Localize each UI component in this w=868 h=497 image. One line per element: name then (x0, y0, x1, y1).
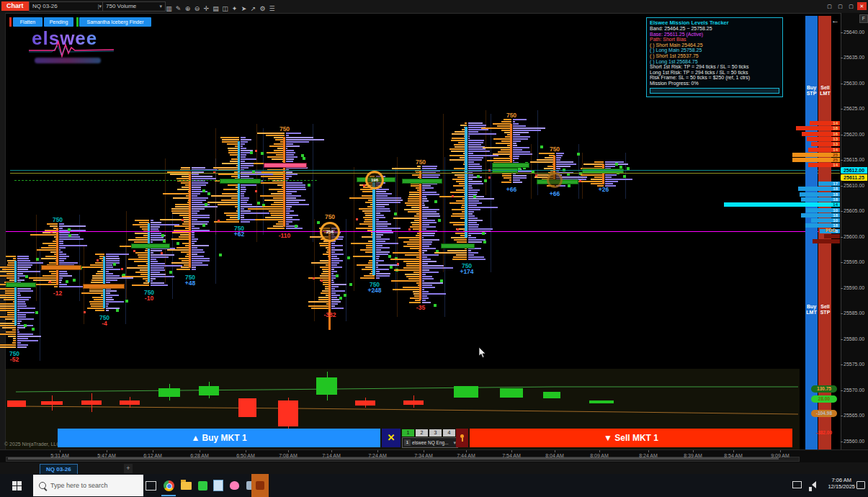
ask-volume-bar (422, 297, 429, 299)
app-green-taskbar-icon[interactable] (194, 477, 211, 494)
ask-volume-bar (17, 329, 19, 331)
bid-volume-bar (135, 220, 149, 221)
f-button[interactable]: F (859, 14, 868, 23)
ask-volume-bar (286, 133, 301, 134)
volume-tray-icon[interactable] (809, 481, 816, 494)
interval-selector[interactable]: 750 Volume ▾ (102, 1, 166, 12)
taskbar-clock[interactable]: 7:06 AM 12/15/2025 (828, 477, 855, 490)
ask-volume-bar (59, 262, 78, 264)
task-view-taskbar-icon[interactable] (142, 477, 159, 494)
iceberg-detection-bar (131, 243, 170, 248)
buy-signal-dot (336, 274, 339, 277)
display-tray-icon[interactable] (792, 481, 802, 488)
ask-volume-bar (422, 272, 439, 273)
histogram-row-value: 10 (811, 218, 838, 223)
grid-icon[interactable]: ▢ (846, 2, 856, 10)
windows-logo-icon (12, 481, 22, 491)
ask-volume-bar (331, 305, 335, 307)
ask-volume-bar (192, 193, 200, 194)
price-tick (841, 32, 843, 33)
price-tick (841, 390, 843, 391)
ask-volume-bar (331, 262, 339, 264)
close-position-button[interactable]: ✕ (382, 429, 401, 447)
instrument-selector[interactable]: NQ 03-26 |▾ (29, 1, 105, 12)
atm-tab-2[interactable]: 2 (416, 429, 428, 436)
ask-volume-bar (376, 193, 392, 194)
restore-icon[interactable]: ▢ (825, 2, 834, 10)
atm-strategy-dropdown[interactable]: 1 elswee NQ Eng... ▾ (402, 437, 458, 448)
ask-volume-bar (376, 204, 389, 205)
ask-volume-bar (241, 191, 246, 192)
bid-volume-bar (537, 159, 555, 161)
buy-signal-dot (24, 324, 27, 327)
layout-icon[interactable]: ▢ (836, 2, 845, 10)
start-button[interactable] (0, 474, 33, 497)
bid-volume-bar (6, 256, 16, 257)
atm-tab-3[interactable]: 3 (429, 429, 442, 436)
scroll-to-latest-arrow-icon[interactable]: ← (831, 16, 839, 24)
explorer-taskbar-icon[interactable] (177, 477, 194, 494)
time-tick-label: 7:44 AM (448, 453, 484, 458)
buy-mkt-button[interactable]: ▲ Buy MKT 1 (58, 429, 380, 447)
ask-volume-bar (59, 225, 86, 227)
sell-mkt-button[interactable]: ▼ Sell MKT 1 (470, 429, 792, 447)
buy-signal-dot (116, 309, 119, 312)
app-blue-taskbar-icon[interactable] (210, 477, 227, 494)
atm-tab-4[interactable]: 4 (443, 429, 455, 436)
sell-signal-dot (321, 279, 323, 282)
ask-volume-bar (376, 249, 381, 251)
buy-signal-dot (257, 202, 260, 205)
atm-lock-button[interactable] (456, 429, 468, 447)
ninjatrader-taskbar-icon[interactable] (251, 474, 269, 497)
buy-signal-dot (388, 255, 391, 258)
subpanel-bar (81, 400, 102, 405)
subpanel-bar (120, 400, 140, 405)
time-tick (555, 450, 555, 452)
delta-label: +66 (539, 190, 571, 197)
sell-signal-dot (457, 228, 459, 230)
add-tab-button[interactable]: + (124, 464, 133, 473)
histogram-row-value: 18 (811, 126, 838, 130)
ask-volume-bar (376, 267, 378, 268)
subpanel-value-pill: 28.00 (811, 395, 837, 403)
ask-volume-bar (17, 301, 25, 303)
ask-volume-bar (192, 182, 208, 184)
bid-volume-bar (211, 195, 239, 197)
ask-volume-bar (192, 256, 204, 257)
ask-volume-bar (422, 246, 429, 247)
bid-volume-bar (393, 289, 421, 290)
action-center-icon[interactable] (856, 481, 865, 489)
ask-volume-bar (468, 157, 483, 158)
ask-volume-bar (422, 265, 444, 267)
bid-volume-bar (268, 178, 285, 179)
ask-volume-bar (422, 222, 437, 223)
time-tick-label: 6:50 AM (228, 453, 264, 458)
ask-volume-bar (286, 184, 305, 186)
buy-signal-dot (477, 175, 480, 178)
ask-volume-bar (241, 206, 262, 207)
chrome-taskbar-icon[interactable] (160, 477, 177, 494)
close-window-button[interactable]: ✕ (857, 2, 867, 10)
ask-volume-bar (17, 303, 26, 305)
bid-volume-bar (6, 331, 16, 333)
ask-volume-bar (331, 249, 343, 251)
subpanel-bar (7, 400, 26, 407)
ask-volume-bar (151, 222, 161, 223)
app-pink-taskbar-icon[interactable] (225, 477, 243, 494)
ask-volume-bar (106, 290, 117, 292)
time-tick-label: 7:08 AM (270, 453, 306, 458)
atm-tab-1[interactable]: 1 (402, 429, 414, 436)
bid-volume-bar (308, 277, 330, 279)
ask-volume-bar (192, 208, 205, 210)
time-tick (153, 450, 153, 452)
ask-volume-bar (59, 238, 84, 240)
chart-menu-tab[interactable]: Chart (1, 1, 29, 11)
bid-volume-bar (398, 237, 421, 238)
ask-volume-bar (513, 160, 514, 161)
taskbar-search-input[interactable]: Type here to search (33, 475, 143, 496)
tab-nq-03-26[interactable]: NQ 03-26 (40, 464, 78, 475)
buy-signal-dot (440, 279, 443, 282)
sell-lmt-label: Sell LMT (817, 85, 833, 97)
ask-volume-bar (331, 308, 344, 309)
ask-volume-bar (513, 138, 528, 140)
